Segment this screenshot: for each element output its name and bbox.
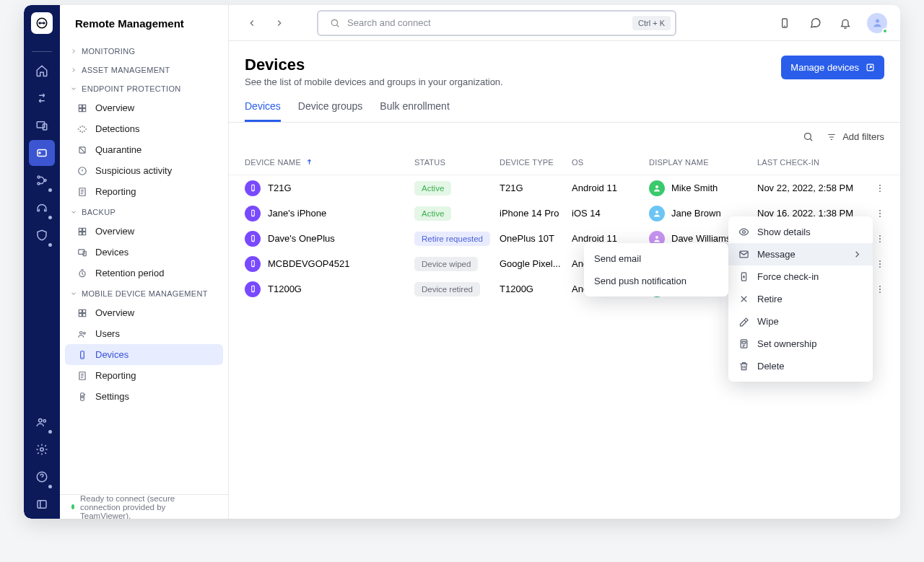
device-name: Jane's iPhone [268,208,326,219]
ctx-set-ownership[interactable]: Set ownership [728,333,873,355]
mobile-icon[interactable] [773,12,796,35]
person-avatar [649,180,665,196]
row-more-button[interactable] [873,232,887,246]
display-name: Mike Smith [671,183,718,193]
col-display-name[interactable]: DISPLAY NAME [649,158,757,167]
device-icon [245,231,261,247]
nav-back[interactable] [242,13,262,33]
search-table-button[interactable] [803,131,814,142]
ctx-delete[interactable]: Delete [728,355,873,377]
sub-send-email[interactable]: Send email [584,247,728,270]
col-last-checkin[interactable]: LAST CHECK-IN [757,158,873,167]
sidebar-item-bk-overview[interactable]: Overview [65,221,223,242]
row-more-button[interactable] [873,206,887,221]
mdm-icon[interactable] [29,140,55,166]
svg-point-36 [82,395,84,398]
devices-icon[interactable] [29,113,55,139]
col-status[interactable]: STATUS [414,158,500,167]
section-mdm[interactable]: MOBILE DEVICE MANAGEMENT [60,285,228,302]
row-more-button[interactable] [873,257,887,271]
sidebar-item-bk-devices[interactable]: Devices [65,242,223,263]
svg-point-31 [80,331,83,334]
svg-point-49 [879,209,881,211]
security-icon[interactable] [29,222,55,248]
status-bar: Ready to connect (secure connection prov… [60,494,228,519]
icon-rail [24,5,60,519]
ctx-force-checkin[interactable]: Force check-in [728,265,873,288]
service-icon[interactable] [29,195,55,221]
sidebar-item-suspicious[interactable]: Suspicious activity [65,160,223,181]
tab-device-groups[interactable]: Device groups [298,100,363,122]
svg-rect-70 [742,341,746,343]
svg-point-59 [879,263,881,265]
message-submenu: Send email Send push notification [584,243,728,297]
svg-rect-12 [38,501,46,509]
last-checkin: Nov 22, 2022, 2:58 PM [757,183,873,193]
svg-point-55 [879,238,881,240]
device-type: T21G [500,183,572,193]
svg-rect-30 [83,313,86,316]
col-device-name[interactable]: DEVICE NAME [245,158,414,167]
sidebar-item-quarantine[interactable]: Quarantine [65,139,223,160]
svg-point-10 [40,448,44,452]
search[interactable]: Search and connect Ctrl + K [317,10,676,36]
page-subtitle: See the list of mobile devices and group… [245,76,503,87]
home-icon[interactable] [29,58,55,84]
device-type: Google Pixel... [500,258,572,269]
svg-point-44 [879,184,881,185]
svg-point-63 [879,285,881,286]
settings-icon[interactable] [29,436,55,462]
svg-point-5 [38,176,40,178]
sidebar-item-detections[interactable]: Detections [65,118,223,139]
user-avatar[interactable] [867,13,887,33]
sidebar-item-mdm-devices[interactable]: Devices [65,344,223,365]
sub-send-push[interactable]: Send push notification [584,270,728,292]
sidebar-item-mdm-settings[interactable]: Settings [65,386,223,407]
device-icon [245,281,261,297]
svg-point-46 [879,190,881,192]
sidebar-item-mdm-reporting[interactable]: Reporting [65,365,223,386]
help-icon[interactable] [29,464,55,490]
sidebar-item-ep-reporting[interactable]: Reporting [65,181,223,202]
table-toolbar: Add filters [229,123,900,149]
connect-icon[interactable] [29,85,55,111]
add-filters-button[interactable]: Add filters [827,131,884,142]
svg-point-58 [879,260,881,261]
svg-rect-14 [83,105,86,107]
row-more-button[interactable] [873,282,887,297]
svg-point-37 [331,19,337,25]
sidebar-item-mdm-users[interactable]: Users [65,323,223,344]
ctx-wipe[interactable]: Wipe [728,310,873,333]
section-asset[interactable]: ASSET MANAGEMENT [60,61,228,79]
section-monitoring[interactable]: MONITORING [60,43,228,60]
manage-devices-button[interactable]: Manage devices [781,56,884,79]
ctx-retire[interactable]: Retire [728,288,873,310]
sidebar-item-mdm-overview[interactable]: Overview [65,302,223,323]
page-title: Devices [245,56,503,74]
main: Search and connect Ctrl + K Devices See … [229,5,900,519]
section-backup[interactable]: BACKUP [60,203,228,221]
sidebar-item-retention[interactable]: Retention period [65,263,223,284]
tab-devices[interactable]: Devices [245,100,281,122]
tab-bulk-enrollment[interactable]: Bulk enrollment [380,100,450,122]
section-endpoint[interactable]: ENDPOINT PROTECTION [60,80,228,97]
nav-forward[interactable] [269,13,289,33]
ctx-show-details[interactable]: Show details [728,221,873,243]
app-title: Remote Management [60,5,228,43]
workflow-icon[interactable] [29,167,55,193]
svg-rect-16 [83,108,86,111]
collapse-icon[interactable] [29,491,55,517]
device-name: T21G [268,183,292,193]
bell-icon[interactable] [834,12,857,35]
col-device-type[interactable]: DEVICE TYPE [500,158,572,167]
sidebar: Remote Management MONITORING ASSET MANAG… [60,5,229,519]
table-row[interactable]: T21G Active T21G Android 11 Mike Smith N… [229,175,900,201]
users-admin-icon[interactable] [29,409,55,435]
device-os: iOS 14 [572,208,649,219]
col-os[interactable]: OS [572,158,649,167]
sidebar-item-ep-overview[interactable]: Overview [65,97,223,118]
device-name: T1200G [268,284,302,294]
chat-icon[interactable] [803,12,827,35]
ctx-message[interactable]: Message [728,243,873,265]
row-more-button[interactable] [873,181,887,196]
